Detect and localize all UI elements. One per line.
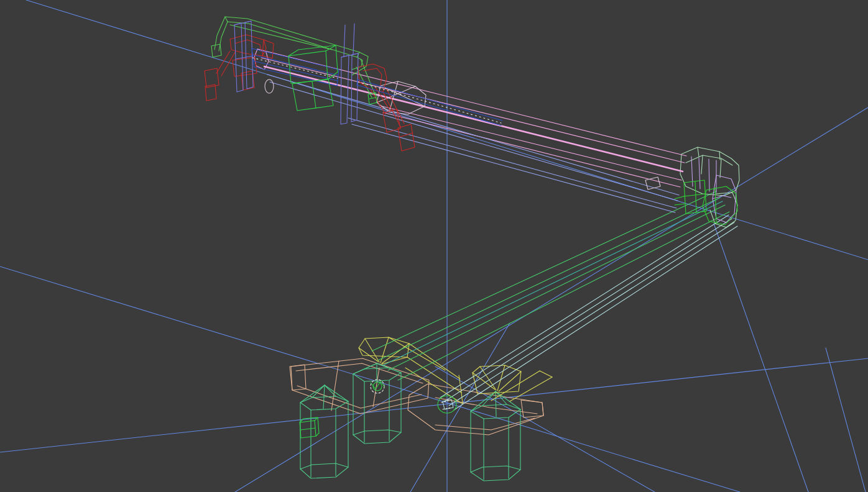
viewport-background[interactable] [0, 0, 868, 492]
wireframe-scene-svg[interactable] [0, 0, 868, 492]
viewport-3d[interactable] [0, 0, 868, 492]
